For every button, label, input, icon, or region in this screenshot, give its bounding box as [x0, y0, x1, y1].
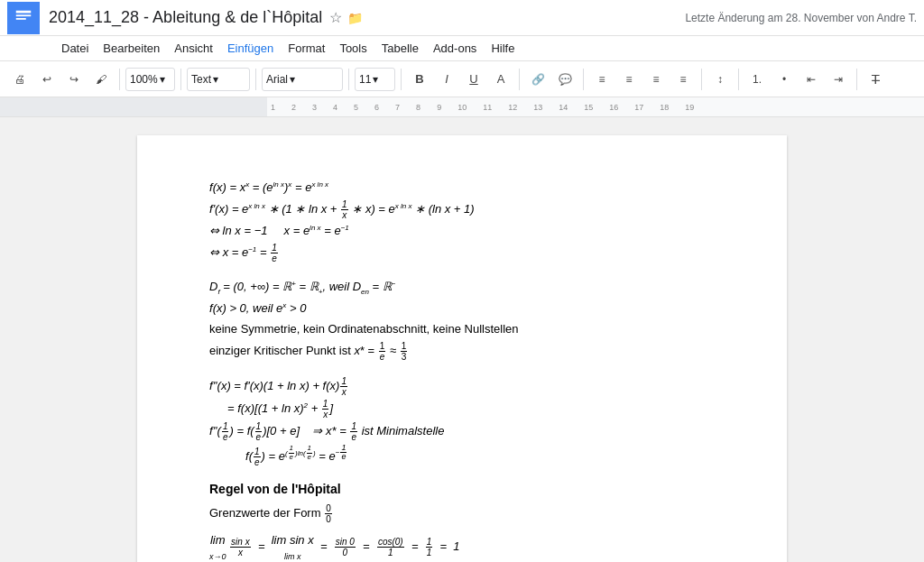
menu-format[interactable]: Format	[281, 40, 332, 57]
print-button[interactable]: 🖨	[7, 67, 32, 92]
undo-button[interactable]: ↩	[34, 67, 60, 92]
equation-8: einziger Kritischer Punkt ist x* = 1e ≈ …	[209, 341, 715, 362]
page: f(x) = xx = (eln x)x = ex ln x f'(x) = e…	[137, 135, 787, 562]
underline-button[interactable]: U	[461, 67, 486, 92]
svg-rect-2	[16, 18, 26, 20]
menu-ansicht[interactable]: Ansicht	[167, 40, 220, 57]
svg-rect-0	[16, 10, 32, 13]
equation-4: ⇔ x = e−1 = 1e	[209, 243, 715, 263]
font-arrow: ▾	[290, 73, 295, 86]
grenzwerte-subtitle: Grenzwerte der Form 00	[209, 503, 715, 524]
title-bar: 2014_11_28 - Ableitung & de l`Hôpital ☆ …	[0, 0, 924, 36]
separator-1	[119, 69, 120, 90]
menu-bar: Datei Bearbeiten Ansicht Einfügen Format…	[0, 36, 924, 61]
menu-hilfe[interactable]: Hilfe	[484, 40, 522, 57]
size-select[interactable]: 11 ▾	[355, 68, 395, 91]
menu-bearbeiten[interactable]: Bearbeiten	[96, 40, 167, 57]
line-spacing-button[interactable]: ↕	[707, 67, 733, 92]
bold-button[interactable]: B	[407, 67, 432, 92]
last-change: Letzte Änderung am 28. November von Andr…	[685, 12, 917, 24]
app-icon	[7, 2, 40, 34]
font-color-button[interactable]: A	[488, 67, 513, 92]
separator-8	[701, 69, 702, 90]
menu-tools[interactable]: Tools	[332, 40, 374, 57]
align-left-button[interactable]: ≡	[589, 67, 614, 92]
equation-7: keine Symmetrie, kein Ordinatenabschnitt…	[209, 320, 715, 339]
equation-3: ⇔ ln x = −1 x = eln x = e−1	[209, 222, 715, 241]
math-block-1: f(x) = xx = (eln x)x = ex ln x f'(x) = e…	[209, 179, 715, 263]
svg-rect-1	[16, 14, 32, 16]
section-hopital-title: Regel von de l'Hôpital	[209, 482, 715, 496]
clear-formatting-button[interactable]: T̶	[863, 67, 888, 92]
equation-5: Df = (0, +∞) = ℝ+ = ℝ+, weil Den = ℝ−	[209, 278, 715, 298]
toolbar: 🖨 ↩ ↪ 🖌 100% ▾ Text ▾ Arial ▾ 11 ▾ B I U…	[0, 61, 924, 97]
align-center-button[interactable]: ≡	[616, 67, 642, 92]
equation-13: lim x→0 sin xx = lim sin x lim x = sin 0…	[209, 531, 715, 562]
numbered-list-button[interactable]: 1.	[744, 67, 770, 92]
paint-format-button[interactable]: 🖌	[88, 67, 114, 92]
separator-4	[348, 69, 349, 90]
align-justify-button[interactable]: ≡	[670, 67, 696, 92]
title-icons: ☆ 📁	[329, 9, 363, 26]
separator-10	[856, 69, 857, 90]
comment-button[interactable]: 💬	[552, 67, 578, 92]
italic-button[interactable]: I	[434, 67, 459, 92]
ruler-left	[0, 97, 267, 116]
menu-tabelle[interactable]: Tabelle	[374, 40, 426, 57]
equation-12: f(1e) = e(1e)ln(1e) = e−1e	[245, 444, 715, 467]
doc-area[interactable]: f(x) = xx = (eln x)x = ex ln x f'(x) = e…	[0, 117, 924, 562]
separator-3	[255, 69, 256, 90]
equation-10: = f(x)[(1 + ln x)2 + 1x]	[227, 399, 715, 419]
equation-1: f(x) = xx = (eln x)x = ex ln x	[209, 179, 715, 198]
font-value: Arial	[266, 73, 288, 86]
font-select[interactable]: Arial ▾	[262, 68, 343, 91]
menu-einfuegen[interactable]: Einfügen	[220, 40, 281, 57]
math-block-4: lim x→0 sin xx = lim sin x lim x = sin 0…	[209, 531, 715, 562]
math-block-2: Df = (0, +∞) = ℝ+ = ℝ+, weil Den = ℝ− f(…	[209, 278, 715, 362]
ruler: 1 2 3 4 5 6 7 8 9 10 11 12 13 14 15 16 1…	[0, 97, 924, 117]
folder-icon[interactable]: 📁	[347, 11, 363, 25]
bullet-list-button[interactable]: •	[772, 67, 797, 92]
separator-6	[519, 69, 520, 90]
style-value: Text	[191, 73, 211, 86]
style-arrow: ▾	[213, 73, 218, 86]
separator-2	[180, 69, 181, 90]
equation-2: f'(x) = ex ln x ∗ (1 ∗ ln x + 1x ∗ x) = …	[209, 199, 715, 220]
separator-9	[738, 69, 739, 90]
align-right-button[interactable]: ≡	[643, 67, 669, 92]
doc-title[interactable]: 2014_11_28 - Ableitung & de l`Hôpital	[49, 8, 322, 27]
style-select[interactable]: Text ▾	[187, 68, 250, 91]
redo-button[interactable]: ↪	[61, 67, 87, 92]
zoom-value: 100%	[130, 73, 158, 86]
separator-5	[401, 69, 402, 90]
equation-6: f(x) > 0, weil ex > 0	[209, 299, 715, 318]
math-block-3: f''(x) = f'(x)(1 + ln x) + f(x)1x = f(x)…	[209, 376, 715, 467]
increase-indent-button[interactable]: ⇥	[826, 67, 851, 92]
size-arrow: ▾	[373, 73, 378, 86]
link-button[interactable]: 🔗	[525, 67, 550, 92]
menu-datei[interactable]: Datei	[54, 40, 96, 57]
menu-addons[interactable]: Add-ons	[426, 40, 484, 57]
equation-9: f''(x) = f'(x)(1 + ln x) + f(x)1x	[209, 376, 715, 397]
zoom-arrow: ▾	[160, 73, 165, 86]
zoom-select[interactable]: 100% ▾	[125, 68, 175, 91]
ruler-scale: 1 2 3 4 5 6 7 8 9 10 11 12 13 14 15 16 1…	[267, 103, 924, 112]
star-icon[interactable]: ☆	[329, 9, 342, 26]
size-value: 11	[359, 73, 371, 86]
decrease-indent-button[interactable]: ⇤	[799, 67, 824, 92]
separator-7	[583, 69, 584, 90]
equation-11: f''(1e) = f(1e)[0 + e] ⇒ x* = 1e ist Min…	[209, 421, 715, 442]
